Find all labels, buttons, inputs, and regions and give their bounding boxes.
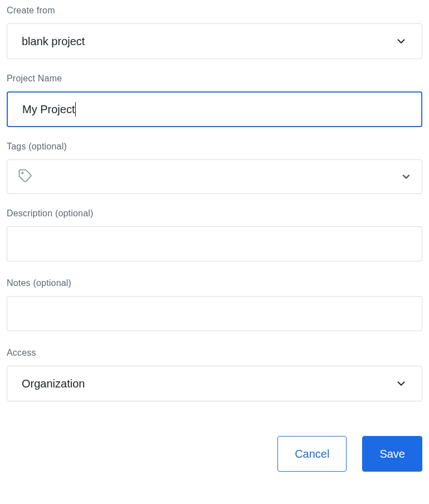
notes-label: Notes (optional) — [7, 278, 422, 288]
notes-input[interactable] — [7, 296, 422, 331]
chevron-down-icon — [395, 35, 407, 47]
chevron-down-icon — [401, 171, 412, 182]
tags-label: Tags (optional) — [7, 142, 422, 152]
create-from-value: blank project — [22, 35, 85, 48]
create-from-label: Create from — [7, 6, 422, 16]
access-value: Organization — [22, 377, 85, 390]
create-from-select[interactable]: blank project — [7, 23, 422, 59]
description-input[interactable] — [7, 226, 422, 261]
access-select[interactable]: Organization — [7, 366, 422, 401]
svg-point-0 — [22, 172, 23, 173]
text-caret — [75, 102, 76, 117]
cancel-button[interactable]: Cancel — [277, 436, 347, 472]
access-label: Access — [7, 348, 422, 358]
save-button[interactable]: Save — [362, 436, 422, 472]
tags-select[interactable] — [7, 159, 422, 194]
project-name-value: My Project — [22, 103, 75, 116]
tag-icon — [17, 168, 33, 186]
chevron-down-icon — [395, 377, 407, 390]
description-label: Description (optional) — [7, 209, 422, 219]
form-footer: Cancel Save — [7, 436, 422, 472]
project-name-label: Project Name — [7, 74, 422, 84]
project-name-input[interactable]: My Project — [7, 91, 422, 127]
